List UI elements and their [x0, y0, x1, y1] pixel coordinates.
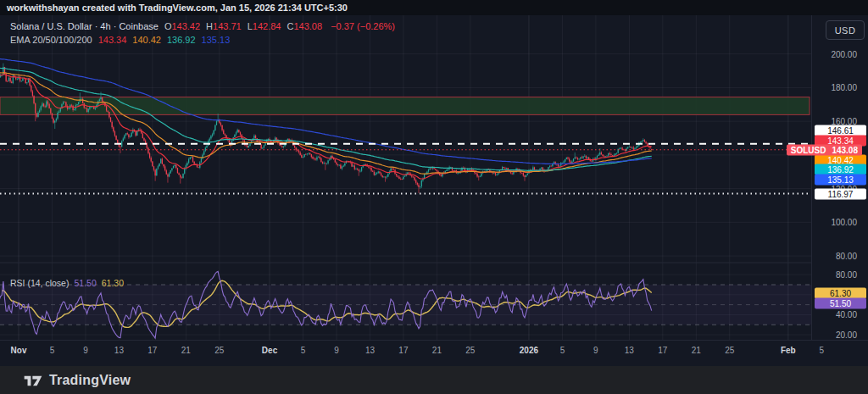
time-tick-17: 17 — [147, 346, 157, 355]
time-tick-5: 5 — [560, 346, 565, 355]
price-tick: 80.00 — [812, 252, 868, 261]
time-tick-5: 5 — [301, 346, 306, 355]
tradingview-wordmark: TradingView — [49, 373, 131, 388]
rsi-values: 51.5061.30 — [69, 278, 124, 288]
time-tick-25: 25 — [725, 346, 734, 355]
currency-toggle-button[interactable]: USD — [826, 20, 865, 40]
time-tick-17: 17 — [658, 346, 667, 355]
time-tick-13: 13 — [625, 346, 634, 355]
rsi-ma-value: 61.30 — [102, 278, 124, 288]
time-tick-25: 25 — [465, 346, 475, 355]
time-tick-feb: Feb — [781, 346, 796, 355]
ohlc-value: 143.42 — [171, 21, 200, 31]
change-value: −0.37 (−0.26%) — [331, 21, 395, 31]
time-tick-17: 17 — [398, 346, 408, 355]
time-tick-9: 9 — [334, 346, 339, 355]
price-label-chip: 135.13 — [815, 175, 866, 186]
price-tick: 40.00 — [812, 310, 868, 319]
ema-100-value: 136.92 — [167, 35, 196, 45]
symbol-legend[interactable]: Solana / U.S. Dollar · 4h · CoinbaseO143… — [10, 21, 395, 31]
time-tick-2026: 2026 — [520, 346, 538, 355]
rsi-value: 51.50 — [74, 278, 96, 288]
price-tick: 100.00 — [812, 218, 868, 227]
ohlc-key: H — [206, 21, 213, 31]
time-tick-21: 21 — [432, 346, 442, 355]
tradingview-logo[interactable]: TradingView — [24, 373, 131, 388]
ema-values: 143.34140.42136.92135.13 — [92, 35, 231, 45]
time-tick-21: 21 — [692, 346, 701, 355]
tradingview-glyph-icon — [24, 374, 42, 388]
price-tick: 20.00 — [812, 330, 868, 340]
supply-zone[interactable] — [0, 97, 810, 115]
main-chart-canvas[interactable] — [0, 15, 812, 340]
ohlc-value: 143.08 — [293, 21, 322, 31]
last-price-label: SOLUSD143.08 — [787, 145, 862, 156]
ohlc-value: 143.71 — [213, 21, 242, 31]
ohlc-value: 142.84 — [253, 21, 281, 31]
time-tick-13: 13 — [114, 346, 124, 355]
ema-legend-title[interactable]: EMA 20/50/100/200 — [10, 35, 92, 45]
price-tick: 80.00 — [812, 270, 868, 280]
candlesticks — [0, 64, 652, 193]
ema-50-value: 140.42 — [132, 35, 161, 45]
time-tick-dec: Dec — [262, 346, 277, 355]
chart-area[interactable]: Solana / U.S. Dollar · 4h · CoinbaseO143… — [0, 15, 812, 340]
price-tick: 180.00 — [812, 83, 868, 92]
ema-50-line — [0, 67, 652, 174]
time-tick-nov: Nov — [11, 346, 27, 355]
brand-bar: TradingView — [0, 365, 868, 394]
ema-100-line — [0, 63, 652, 170]
price-tick: 200.00 — [812, 49, 868, 58]
rsi-label-chip: 51.50 — [815, 297, 866, 308]
ema-20-value: 143.34 — [98, 35, 127, 45]
last-price-value: 143.08 — [832, 145, 858, 156]
attribution-text: workwithshayan created with TradingView.… — [0, 3, 348, 13]
symbol-tag: SOLUSD — [791, 145, 826, 156]
rsi-legend-title[interactable]: RSI (14, close) — [10, 278, 69, 288]
price-label-chip: 116.97 — [815, 188, 866, 199]
time-tick-9: 9 — [83, 346, 88, 355]
attribution-bar: workwithshayan created with TradingView.… — [0, 0, 868, 16]
ema-lines — [0, 53, 652, 179]
time-tick-5: 5 — [50, 346, 55, 355]
rsi-legend[interactable]: RSI (14, close)51.5061.30 — [10, 278, 124, 288]
symbol-title[interactable]: Solana / U.S. Dollar · 4h · Coinbase — [10, 21, 159, 31]
price-scale[interactable]: USD 200.00180.00160.00140.00120.00100.00… — [811, 15, 868, 340]
time-tick-13: 13 — [365, 346, 375, 355]
time-tick-25: 25 — [214, 346, 224, 355]
ema-legend[interactable]: EMA 20/50/100/200143.34140.42136.92135.1… — [10, 35, 230, 45]
time-tick-5: 5 — [820, 346, 825, 355]
ohlc-values: O143.42H143.71L142.84C143.08 — [159, 21, 322, 31]
time-tick-21: 21 — [181, 346, 191, 355]
ema-200-value: 135.13 — [202, 35, 231, 45]
time-axis[interactable]: Nov5913172125Dec591317212520265913172125… — [0, 340, 868, 366]
time-tick-9: 9 — [593, 346, 598, 355]
